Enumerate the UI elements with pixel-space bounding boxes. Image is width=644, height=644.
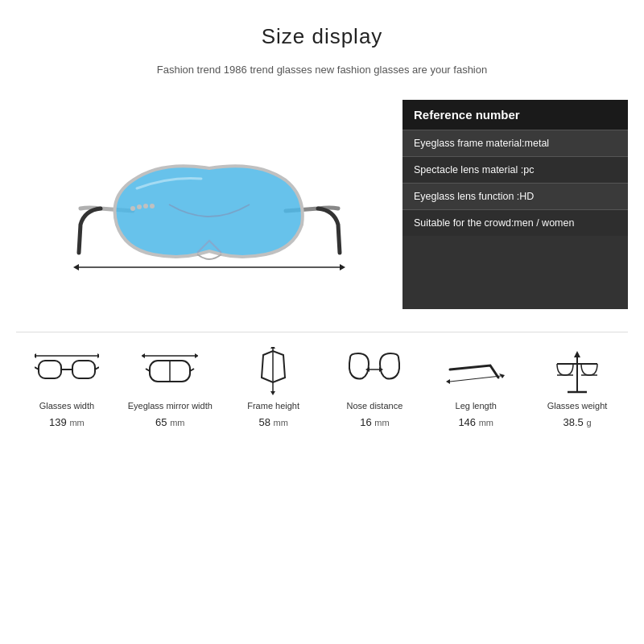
svg-marker-9 bbox=[97, 353, 99, 358]
sunglasses-illustration bbox=[72, 124, 346, 285]
svg-line-28 bbox=[450, 376, 501, 382]
nose-distance-icon bbox=[346, 347, 402, 395]
dim-glasses-width-label: Glasses width bbox=[39, 400, 94, 411]
svg-marker-23 bbox=[270, 347, 275, 349]
dim-glasses-weight-value: 38.5 g bbox=[563, 416, 591, 428]
dim-leg-length-value: 146 mm bbox=[458, 416, 493, 428]
dim-nose-distance-value: 16 mm bbox=[360, 416, 389, 428]
dimensions-section: Glasses width 139 mm Eyeglass mirror wid… bbox=[16, 332, 628, 428]
dim-nose-distance-label: Nose distance bbox=[347, 400, 403, 411]
info-row-3: Eyeglass lens function :HD bbox=[402, 183, 628, 209]
dim-nose-distance: Nose distance 16 mm bbox=[334, 347, 415, 428]
dim-glasses-width-value: 139 mm bbox=[49, 416, 85, 428]
page: Size display Fashion trend 1986 trend gl… bbox=[0, 0, 644, 644]
dim-frame-height: Frame height 58 mm bbox=[233, 347, 314, 428]
main-section: Reference number Eyeglass frame material… bbox=[16, 100, 628, 309]
info-panel: Reference number Eyeglass frame material… bbox=[402, 100, 628, 309]
svg-marker-24 bbox=[270, 391, 275, 395]
page-subtitle: Fashion trend 1986 trend glasses new fas… bbox=[157, 64, 487, 76]
dim-mirror-width: Eyeglass mirror width 65 mm bbox=[128, 347, 213, 428]
dim-glasses-weight: Glasses weight 38.5 g bbox=[537, 347, 617, 428]
svg-marker-6 bbox=[340, 264, 345, 270]
svg-marker-34 bbox=[574, 351, 580, 357]
weight-scale-icon bbox=[553, 347, 601, 395]
dim-glasses-width: Glasses width 139 mm bbox=[27, 347, 107, 428]
leg-length-icon bbox=[446, 347, 506, 395]
svg-marker-8 bbox=[35, 353, 36, 358]
dim-mirror-width-label: Eyeglass mirror width bbox=[128, 400, 213, 411]
info-row-2: Spectacle lens material :pc bbox=[402, 156, 628, 183]
svg-rect-10 bbox=[39, 361, 61, 378]
glasses-width-icon bbox=[35, 347, 99, 395]
dim-frame-height-label: Frame height bbox=[247, 400, 299, 411]
dim-mirror-width-value: 65 mm bbox=[155, 416, 184, 428]
svg-point-1 bbox=[137, 204, 142, 209]
dim-frame-height-value: 58 mm bbox=[258, 416, 287, 428]
svg-point-2 bbox=[143, 204, 148, 208]
product-image-area bbox=[16, 100, 402, 309]
svg-marker-17 bbox=[195, 353, 198, 358]
svg-point-0 bbox=[130, 206, 135, 211]
svg-marker-5 bbox=[73, 264, 79, 270]
svg-marker-16 bbox=[142, 353, 145, 358]
svg-point-3 bbox=[150, 204, 155, 208]
svg-rect-11 bbox=[72, 361, 95, 378]
page-title: Size display bbox=[262, 24, 383, 49]
frame-height-icon bbox=[251, 347, 295, 395]
mirror-width-icon bbox=[142, 347, 198, 395]
svg-marker-29 bbox=[446, 379, 450, 384]
dim-glasses-weight-label: Glasses weight bbox=[547, 400, 608, 411]
info-row-4: Suitable for the crowd:men / women bbox=[402, 209, 628, 236]
dim-leg-length-label: Leg length bbox=[456, 400, 497, 411]
info-row-1: Eyeglass frame material:metal bbox=[402, 130, 628, 156]
dim-leg-length: Leg length 146 mm bbox=[436, 347, 516, 428]
info-panel-header: Reference number bbox=[402, 100, 628, 130]
